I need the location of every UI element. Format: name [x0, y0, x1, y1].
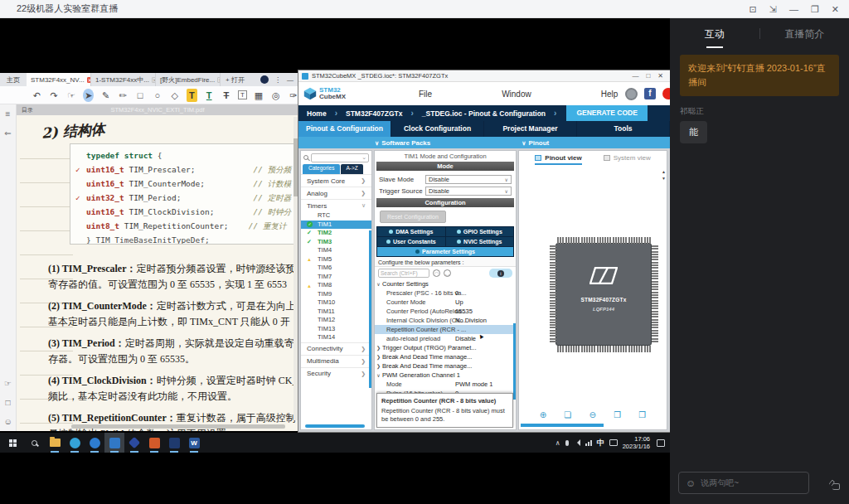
- peripheral-tim8[interactable]: ▲TIM8: [301, 281, 371, 290]
- peripheral-tim7[interactable]: TIM7: [301, 273, 371, 282]
- expand-all-icon[interactable]: ◡: [444, 269, 451, 277]
- popout-icon[interactable]: ⊡: [749, 0, 756, 18]
- peripheral-list-scrollbar[interactable]: [369, 230, 371, 388]
- peripheral-tim5[interactable]: ▲TIM5: [301, 255, 371, 264]
- menu-help[interactable]: Help: [601, 90, 619, 99]
- peripheral-tim4[interactable]: TIM4: [301, 246, 371, 255]
- param-group[interactable]: ❯Trigger Output (TRGO) Paramet...: [375, 343, 516, 352]
- param-row[interactable]: Prescaler (PSC - 16 bits va...0: [375, 288, 516, 298]
- start-button[interactable]: [2, 433, 23, 453]
- taskbar-word[interactable]: W: [184, 433, 204, 453]
- frame-mode-icon[interactable]: □: [5, 398, 10, 407]
- param-row[interactable]: Internal Clock Division (CK...No Divisio…: [375, 316, 516, 325]
- speaker-icon[interactable]: [574, 439, 580, 446]
- param-row[interactable]: Counter Period (AutoReloa...65535: [375, 307, 516, 316]
- image-tool-icon[interactable]: ▦: [254, 89, 264, 102]
- undo-icon[interactable]: ↶: [32, 89, 42, 102]
- tab-system-view[interactable]: System view: [604, 151, 651, 165]
- group-connectivity[interactable]: Connectivity❯: [301, 342, 371, 355]
- ime-indicator[interactable]: 中: [597, 438, 604, 448]
- pinout-vscroll-arrows[interactable]: ▲▼: [662, 169, 666, 181]
- microphone-icon[interactable]: [565, 440, 569, 446]
- pdf-home-tab[interactable]: 主页: [0, 75, 27, 85]
- param-row[interactable]: ModePWM mode 1: [375, 380, 516, 389]
- menu-file[interactable]: File: [419, 90, 432, 99]
- facebook-icon[interactable]: f: [644, 88, 656, 99]
- rect-tool-icon[interactable]: □: [135, 89, 146, 102]
- hand-tool-icon[interactable]: ☞: [66, 89, 77, 102]
- chat-tab-intro[interactable]: 直播简介: [760, 26, 849, 41]
- settings-tab-gpio-settings[interactable]: GPIO Settings: [446, 227, 514, 236]
- pdf-tab-0[interactable]: STM32F4xx_NV...✕: [27, 73, 91, 86]
- settings-tab-nvic-settings[interactable]: NVIC Settings: [446, 237, 514, 246]
- st-community-icon[interactable]: [625, 88, 638, 100]
- touch-keyboard-icon[interactable]: [609, 439, 618, 446]
- pdf-tab-1[interactable]: 1-STM32F4xx中...✕: [91, 73, 156, 86]
- pdf-open-tab-button[interactable]: + 打开: [221, 75, 250, 85]
- taskbar-file-explorer[interactable]: [45, 433, 65, 453]
- hand-mode-icon[interactable]: ☞: [4, 379, 12, 388]
- fit-view-icon[interactable]: ❏: [564, 410, 571, 419]
- trigger-source-select[interactable]: Disable∨: [425, 187, 512, 196]
- zoom-in-icon[interactable]: ⊕: [540, 410, 546, 419]
- thumbnail-panel-icon[interactable]: ≡: [6, 109, 11, 119]
- hidden-icons-chevron[interactable]: ∧: [555, 439, 560, 447]
- taskbar-search-button[interactable]: [23, 433, 45, 453]
- chat-input[interactable]: ☺ 说两句吧~: [678, 472, 809, 494]
- collapse-all-icon[interactable]: ◠: [433, 269, 440, 277]
- breadcrumb-0[interactable]: Home: [307, 109, 327, 118]
- taskbar-edge-browser[interactable]: [65, 433, 85, 453]
- taskbar-pdf-reader[interactable]: [104, 433, 124, 453]
- underline-text-icon[interactable]: T: [204, 89, 215, 102]
- action-center-icon[interactable]: [657, 439, 665, 447]
- group-multimedia[interactable]: Multimedia❯: [301, 355, 371, 367]
- taskbar-clock[interactable]: 17:06 2023/1/16: [623, 435, 650, 451]
- group-timers[interactable]: Timers∨: [301, 199, 371, 211]
- param-group[interactable]: ❯Break And Dead Time manage...: [375, 352, 516, 361]
- settings-tab-parameter-settings[interactable]: Parameter Settings: [377, 247, 513, 256]
- tab-a-to-z[interactable]: A->Z: [341, 164, 362, 174]
- peripheral-tim10[interactable]: TIM10: [301, 298, 371, 308]
- select-tool-icon[interactable]: ➤: [83, 89, 94, 102]
- tab-tools[interactable]: Tools: [577, 121, 670, 137]
- peripheral-tim13[interactable]: TIM13: [301, 325, 371, 334]
- tab-categories[interactable]: Categories: [303, 164, 340, 174]
- taskbar-dingtalk[interactable]: [124, 433, 144, 453]
- group-system-core[interactable]: System Core❯: [301, 174, 371, 187]
- tab-clock-configuration[interactable]: Clock Configuration: [391, 121, 484, 137]
- group-analog[interactable]: Analog❯: [301, 187, 371, 199]
- redo-icon[interactable]: ↷: [49, 89, 60, 102]
- tab-pinout-configuration[interactable]: Pinout & Configuration: [298, 121, 391, 137]
- generate-code-button[interactable]: GENERATE CODE: [566, 105, 648, 121]
- maximize-icon[interactable]: □: [646, 72, 650, 80]
- network-icon[interactable]: [585, 440, 592, 446]
- taskbar-browser[interactable]: [85, 433, 104, 453]
- peripheral-list-hscrollbar[interactable]: [305, 424, 365, 428]
- breadcrumb-1[interactable]: STM32F407ZGTx: [346, 109, 403, 118]
- close-icon[interactable]: ✕: [657, 72, 663, 80]
- param-group[interactable]: ∨Counter Settings: [375, 279, 516, 288]
- param-row[interactable]: Counter ModeUp: [375, 298, 516, 307]
- slave-mode-select[interactable]: Disable∨: [425, 175, 512, 184]
- textbox-tool-icon[interactable]: T: [238, 90, 246, 99]
- param-group[interactable]: ❯Break And Dead Time manage...: [375, 361, 516, 371]
- peripheral-tim12[interactable]: TIM12: [301, 316, 371, 325]
- taskbar-keil-uvision[interactable]: [164, 433, 184, 453]
- pdf-vertical-scrollbar[interactable]: [294, 117, 298, 420]
- tab-pinout-view[interactable]: Pinout view: [535, 151, 581, 165]
- settings-tab-user-constants[interactable]: User Constants: [377, 237, 445, 246]
- mcu-chip[interactable]: STM32F407ZGTx LQFP144: [549, 235, 658, 353]
- pdf-tab-2[interactable]: [野火]EmbedFire...✕: [156, 73, 221, 86]
- breadcrumb-2[interactable]: _STDEG.ioc - Pinout & Configuration: [422, 109, 546, 118]
- more-menu-icon[interactable]: ⋮: [274, 76, 281, 84]
- emoji-icon[interactable]: ☺: [686, 477, 696, 489]
- weblink-tool-icon[interactable]: ◎: [270, 89, 281, 102]
- like-button[interactable]: [829, 479, 842, 492]
- restore-icon[interactable]: ❐: [811, 0, 819, 18]
- menu-window[interactable]: Window: [502, 90, 531, 99]
- peripheral-tim6[interactable]: TIM6: [301, 264, 371, 273]
- peripheral-search-input[interactable]: ⌄: [311, 153, 369, 162]
- signature-tool-icon[interactable]: ✑: [288, 89, 298, 102]
- param-row[interactable]: Repetition Counter (RCR - ...: [375, 325, 516, 334]
- zoom-out-icon[interactable]: ⊖: [589, 410, 595, 419]
